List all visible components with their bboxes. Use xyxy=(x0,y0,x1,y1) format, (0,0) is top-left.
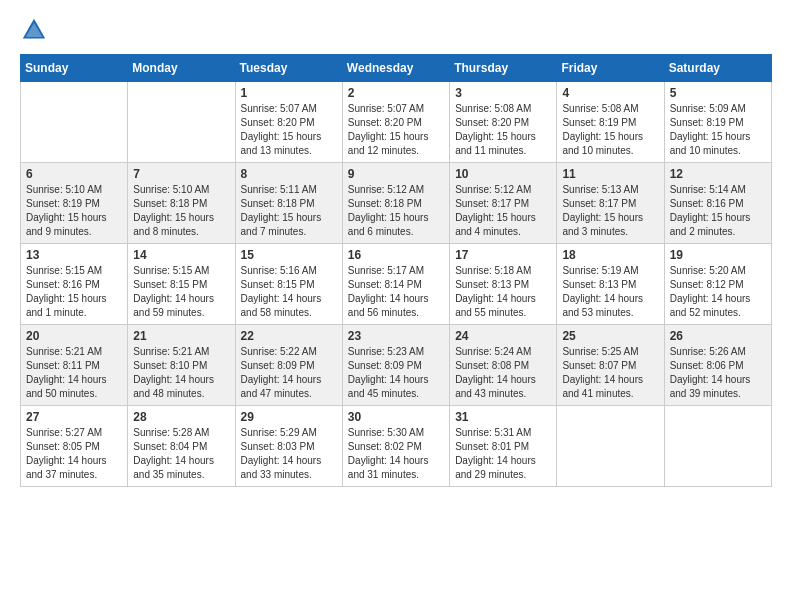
day-info: Sunrise: 5:17 AMSunset: 8:14 PMDaylight:… xyxy=(348,265,429,318)
day-number: 8 xyxy=(241,167,337,181)
day-info: Sunrise: 5:07 AMSunset: 8:20 PMDaylight:… xyxy=(241,103,322,156)
calendar-cell: 6Sunrise: 5:10 AMSunset: 8:19 PMDaylight… xyxy=(21,163,128,244)
page: Sunday Monday Tuesday Wednesday Thursday… xyxy=(0,0,792,612)
day-number: 4 xyxy=(562,86,658,100)
calendar-cell: 30Sunrise: 5:30 AMSunset: 8:02 PMDayligh… xyxy=(342,406,449,487)
calendar-cell: 13Sunrise: 5:15 AMSunset: 8:16 PMDayligh… xyxy=(21,244,128,325)
day-info: Sunrise: 5:10 AMSunset: 8:18 PMDaylight:… xyxy=(133,184,214,237)
calendar-cell: 8Sunrise: 5:11 AMSunset: 8:18 PMDaylight… xyxy=(235,163,342,244)
day-info: Sunrise: 5:25 AMSunset: 8:07 PMDaylight:… xyxy=(562,346,643,399)
calendar-cell: 18Sunrise: 5:19 AMSunset: 8:13 PMDayligh… xyxy=(557,244,664,325)
calendar-cell: 5Sunrise: 5:09 AMSunset: 8:19 PMDaylight… xyxy=(664,82,771,163)
calendar-cell xyxy=(128,82,235,163)
day-info: Sunrise: 5:28 AMSunset: 8:04 PMDaylight:… xyxy=(133,427,214,480)
day-number: 23 xyxy=(348,329,444,343)
day-number: 26 xyxy=(670,329,766,343)
day-info: Sunrise: 5:12 AMSunset: 8:18 PMDaylight:… xyxy=(348,184,429,237)
calendar-cell: 2Sunrise: 5:07 AMSunset: 8:20 PMDaylight… xyxy=(342,82,449,163)
day-number: 3 xyxy=(455,86,551,100)
day-info: Sunrise: 5:21 AMSunset: 8:10 PMDaylight:… xyxy=(133,346,214,399)
day-number: 6 xyxy=(26,167,122,181)
day-info: Sunrise: 5:11 AMSunset: 8:18 PMDaylight:… xyxy=(241,184,322,237)
day-info: Sunrise: 5:27 AMSunset: 8:05 PMDaylight:… xyxy=(26,427,107,480)
day-number: 25 xyxy=(562,329,658,343)
day-info: Sunrise: 5:30 AMSunset: 8:02 PMDaylight:… xyxy=(348,427,429,480)
calendar-week-row: 13Sunrise: 5:15 AMSunset: 8:16 PMDayligh… xyxy=(21,244,772,325)
calendar-cell: 27Sunrise: 5:27 AMSunset: 8:05 PMDayligh… xyxy=(21,406,128,487)
day-number: 2 xyxy=(348,86,444,100)
calendar-week-row: 6Sunrise: 5:10 AMSunset: 8:19 PMDaylight… xyxy=(21,163,772,244)
day-number: 11 xyxy=(562,167,658,181)
header-monday: Monday xyxy=(128,55,235,82)
calendar-cell: 29Sunrise: 5:29 AMSunset: 8:03 PMDayligh… xyxy=(235,406,342,487)
day-info: Sunrise: 5:16 AMSunset: 8:15 PMDaylight:… xyxy=(241,265,322,318)
day-number: 29 xyxy=(241,410,337,424)
day-number: 17 xyxy=(455,248,551,262)
day-number: 28 xyxy=(133,410,229,424)
day-info: Sunrise: 5:23 AMSunset: 8:09 PMDaylight:… xyxy=(348,346,429,399)
day-info: Sunrise: 5:29 AMSunset: 8:03 PMDaylight:… xyxy=(241,427,322,480)
day-number: 12 xyxy=(670,167,766,181)
day-info: Sunrise: 5:21 AMSunset: 8:11 PMDaylight:… xyxy=(26,346,107,399)
calendar-cell: 25Sunrise: 5:25 AMSunset: 8:07 PMDayligh… xyxy=(557,325,664,406)
calendar: Sunday Monday Tuesday Wednesday Thursday… xyxy=(20,54,772,487)
day-info: Sunrise: 5:20 AMSunset: 8:12 PMDaylight:… xyxy=(670,265,751,318)
day-number: 31 xyxy=(455,410,551,424)
calendar-cell: 11Sunrise: 5:13 AMSunset: 8:17 PMDayligh… xyxy=(557,163,664,244)
day-number: 16 xyxy=(348,248,444,262)
header-sunday: Sunday xyxy=(21,55,128,82)
calendar-cell: 26Sunrise: 5:26 AMSunset: 8:06 PMDayligh… xyxy=(664,325,771,406)
calendar-cell: 17Sunrise: 5:18 AMSunset: 8:13 PMDayligh… xyxy=(450,244,557,325)
calendar-cell: 3Sunrise: 5:08 AMSunset: 8:20 PMDaylight… xyxy=(450,82,557,163)
calendar-cell: 10Sunrise: 5:12 AMSunset: 8:17 PMDayligh… xyxy=(450,163,557,244)
calendar-cell: 9Sunrise: 5:12 AMSunset: 8:18 PMDaylight… xyxy=(342,163,449,244)
calendar-cell: 31Sunrise: 5:31 AMSunset: 8:01 PMDayligh… xyxy=(450,406,557,487)
calendar-cell: 22Sunrise: 5:22 AMSunset: 8:09 PMDayligh… xyxy=(235,325,342,406)
day-info: Sunrise: 5:13 AMSunset: 8:17 PMDaylight:… xyxy=(562,184,643,237)
day-info: Sunrise: 5:24 AMSunset: 8:08 PMDaylight:… xyxy=(455,346,536,399)
day-number: 30 xyxy=(348,410,444,424)
calendar-week-row: 27Sunrise: 5:27 AMSunset: 8:05 PMDayligh… xyxy=(21,406,772,487)
calendar-week-row: 20Sunrise: 5:21 AMSunset: 8:11 PMDayligh… xyxy=(21,325,772,406)
day-info: Sunrise: 5:15 AMSunset: 8:16 PMDaylight:… xyxy=(26,265,107,318)
calendar-week-row: 1Sunrise: 5:07 AMSunset: 8:20 PMDaylight… xyxy=(21,82,772,163)
calendar-cell: 1Sunrise: 5:07 AMSunset: 8:20 PMDaylight… xyxy=(235,82,342,163)
day-info: Sunrise: 5:31 AMSunset: 8:01 PMDaylight:… xyxy=(455,427,536,480)
day-number: 22 xyxy=(241,329,337,343)
day-number: 1 xyxy=(241,86,337,100)
day-info: Sunrise: 5:18 AMSunset: 8:13 PMDaylight:… xyxy=(455,265,536,318)
day-number: 24 xyxy=(455,329,551,343)
day-number: 10 xyxy=(455,167,551,181)
day-number: 19 xyxy=(670,248,766,262)
logo xyxy=(20,16,52,44)
calendar-cell: 16Sunrise: 5:17 AMSunset: 8:14 PMDayligh… xyxy=(342,244,449,325)
calendar-cell: 23Sunrise: 5:23 AMSunset: 8:09 PMDayligh… xyxy=(342,325,449,406)
day-info: Sunrise: 5:22 AMSunset: 8:09 PMDaylight:… xyxy=(241,346,322,399)
day-info: Sunrise: 5:08 AMSunset: 8:20 PMDaylight:… xyxy=(455,103,536,156)
day-info: Sunrise: 5:19 AMSunset: 8:13 PMDaylight:… xyxy=(562,265,643,318)
calendar-cell: 19Sunrise: 5:20 AMSunset: 8:12 PMDayligh… xyxy=(664,244,771,325)
day-number: 20 xyxy=(26,329,122,343)
calendar-cell: 4Sunrise: 5:08 AMSunset: 8:19 PMDaylight… xyxy=(557,82,664,163)
day-info: Sunrise: 5:07 AMSunset: 8:20 PMDaylight:… xyxy=(348,103,429,156)
day-info: Sunrise: 5:15 AMSunset: 8:15 PMDaylight:… xyxy=(133,265,214,318)
day-info: Sunrise: 5:14 AMSunset: 8:16 PMDaylight:… xyxy=(670,184,751,237)
calendar-cell: 24Sunrise: 5:24 AMSunset: 8:08 PMDayligh… xyxy=(450,325,557,406)
calendar-cell xyxy=(21,82,128,163)
header-tuesday: Tuesday xyxy=(235,55,342,82)
day-number: 27 xyxy=(26,410,122,424)
day-number: 15 xyxy=(241,248,337,262)
header-wednesday: Wednesday xyxy=(342,55,449,82)
calendar-cell xyxy=(664,406,771,487)
day-number: 14 xyxy=(133,248,229,262)
calendar-cell xyxy=(557,406,664,487)
day-number: 7 xyxy=(133,167,229,181)
day-number: 13 xyxy=(26,248,122,262)
day-info: Sunrise: 5:09 AMSunset: 8:19 PMDaylight:… xyxy=(670,103,751,156)
day-number: 9 xyxy=(348,167,444,181)
calendar-cell: 14Sunrise: 5:15 AMSunset: 8:15 PMDayligh… xyxy=(128,244,235,325)
header-thursday: Thursday xyxy=(450,55,557,82)
day-info: Sunrise: 5:12 AMSunset: 8:17 PMDaylight:… xyxy=(455,184,536,237)
calendar-cell: 21Sunrise: 5:21 AMSunset: 8:10 PMDayligh… xyxy=(128,325,235,406)
calendar-cell: 20Sunrise: 5:21 AMSunset: 8:11 PMDayligh… xyxy=(21,325,128,406)
